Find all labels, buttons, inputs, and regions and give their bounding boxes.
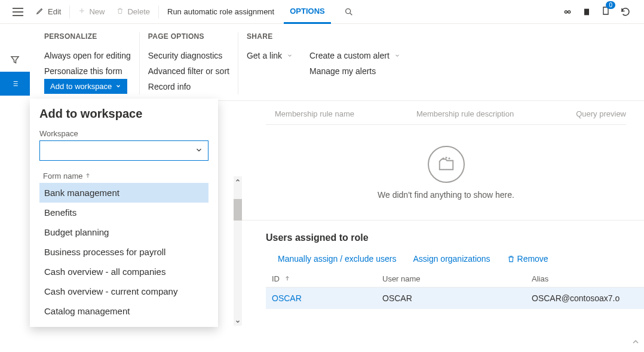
- notification-count: 0: [606, 1, 615, 9]
- personalize-header: PERSONALIZE: [44, 32, 131, 41]
- trash-icon: [116, 7, 124, 17]
- top-toolbar: Edit New Delete Run automatic role assig…: [0, 0, 644, 24]
- user-name-cell: OSCAR: [382, 293, 532, 303]
- svg-rect-3: [584, 8, 589, 15]
- sort-asc-icon: [85, 172, 91, 180]
- edit-label: Edit: [48, 7, 61, 16]
- scroll-up-arrow[interactable]: [234, 176, 242, 185]
- chevron-down-icon: [195, 146, 203, 156]
- page-options-column: PAGE OPTIONS Security diagnostics Advanc…: [140, 32, 238, 94]
- column-header-label: Form name: [43, 172, 82, 180]
- workspace-option[interactable]: Business processes for payroll: [39, 242, 208, 262]
- query-preview-col: Query preview: [576, 109, 626, 118]
- office-icon[interactable]: [582, 7, 591, 17]
- user-id-cell[interactable]: OSCAR: [272, 293, 382, 303]
- add-workspace-label: Add to workspace: [50, 82, 112, 91]
- membership-header-row: Membership rule name Membership rule des…: [236, 99, 644, 118]
- svg-point-2: [568, 11, 571, 13]
- security-diag-link[interactable]: Security diagnostics: [148, 48, 229, 63]
- options-label: OPTIONS: [290, 7, 325, 16]
- remove-button[interactable]: Remove: [507, 254, 548, 264]
- add-to-workspace-button[interactable]: Add to workspace: [44, 79, 127, 94]
- personalize-form-link[interactable]: Personalize this form: [44, 63, 131, 79]
- workspace-list: Bank management Benefits Budget planning…: [39, 183, 208, 321]
- list-button[interactable]: [0, 72, 30, 96]
- empty-folder-icon: [428, 146, 465, 183]
- run-assignment-button[interactable]: Run automatic role assignment: [161, 0, 280, 24]
- workspace-option[interactable]: Budget planning: [39, 222, 208, 242]
- search-icon: [344, 7, 354, 17]
- add-to-workspace-panel: Add to workspace Workspace Form name Ban…: [30, 99, 218, 327]
- list-icon: [10, 79, 20, 88]
- chevron-down-icon: [115, 82, 121, 91]
- main-content: Membership rule name Membership rule des…: [236, 99, 644, 352]
- id-column-header[interactable]: ID: [272, 274, 382, 283]
- users-section-actions: Manually assign / exclude users Assign o…: [236, 250, 644, 268]
- hamburger-icon[interactable]: [13, 8, 23, 16]
- plus-icon: [78, 7, 85, 16]
- id-header-label: ID: [272, 274, 280, 283]
- workspace-select[interactable]: [39, 140, 208, 161]
- separator: [69, 5, 70, 19]
- custom-alert-link[interactable]: Create a custom alert: [309, 48, 400, 63]
- manage-alerts-link[interactable]: Manage my alerts: [309, 63, 400, 79]
- empty-state: We didn't find anything to show here.: [266, 124, 626, 220]
- workspace-option[interactable]: Cash overview - current company: [39, 281, 208, 301]
- search-button[interactable]: [338, 0, 360, 24]
- pencil-icon: [36, 7, 44, 17]
- svg-point-5: [446, 157, 446, 158]
- advanced-filter-link[interactable]: Advanced filter or sort: [148, 63, 229, 79]
- record-info-link[interactable]: Record info: [148, 79, 229, 94]
- separator: [158, 5, 159, 19]
- workspace-option[interactable]: Cash overview - all companies: [39, 262, 208, 281]
- remove-label: Remove: [517, 254, 548, 264]
- users-table: ID User name Alias OSCAR OSCAR OSCAR@con…: [266, 268, 644, 309]
- always-open-link[interactable]: Always open for editing: [44, 48, 131, 63]
- workspace-option[interactable]: Catalog management: [39, 301, 208, 321]
- user-alias-cell: OSCAR@contosoax7.o: [532, 293, 644, 303]
- new-label: New: [89, 7, 105, 16]
- scrollbar[interactable]: [234, 176, 242, 326]
- chevron-down-icon: [394, 51, 400, 60]
- svg-point-1: [565, 11, 567, 13]
- workspace-option[interactable]: Benefits: [39, 203, 208, 222]
- assign-organizations-link[interactable]: Assign organizations: [413, 254, 490, 264]
- new-button[interactable]: New: [72, 0, 111, 24]
- sort-asc-icon: [284, 274, 290, 283]
- username-column-header[interactable]: User name: [382, 274, 532, 283]
- filter-button[interactable]: [0, 48, 30, 72]
- options-tab[interactable]: OPTIONS: [284, 0, 331, 24]
- empty-message: We didn't find anything to show here.: [378, 190, 514, 200]
- delete-button[interactable]: Delete: [111, 0, 156, 24]
- table-row[interactable]: OSCAR OSCAR OSCAR@contosoax7.o: [266, 287, 644, 309]
- svg-point-6: [449, 158, 449, 158]
- get-link-link[interactable]: Get a link: [247, 48, 293, 79]
- refresh-icon[interactable]: [620, 7, 631, 17]
- personalize-column: PERSONALIZE Always open for editing Pers…: [36, 32, 140, 94]
- alias-column-header[interactable]: Alias: [532, 274, 644, 283]
- users-table-header: ID User name Alias: [266, 268, 644, 287]
- trash-icon: [507, 255, 515, 263]
- chevron-down-icon: [287, 51, 293, 60]
- left-sidebar: [0, 24, 30, 352]
- workspace-option[interactable]: Bank management: [39, 183, 208, 203]
- scroll-to-top-icon[interactable]: [631, 337, 640, 348]
- users-section-title: Users assigned to role: [236, 220, 644, 250]
- membership-rule-name-col: Membership rule name: [275, 109, 354, 118]
- share-header: SHARE: [247, 32, 400, 41]
- panel-title: Add to workspace: [39, 107, 208, 121]
- notifications-button[interactable]: 0: [601, 5, 611, 19]
- share-column: SHARE Get a link Create a custom alert M…: [238, 32, 409, 94]
- edit-button[interactable]: Edit: [30, 0, 67, 24]
- svg-point-4: [443, 158, 443, 158]
- scrollbar-thumb[interactable]: [234, 199, 242, 221]
- get-link-label: Get a link: [247, 51, 282, 60]
- svg-point-0: [345, 8, 350, 13]
- run-label: Run automatic role assignment: [167, 7, 274, 16]
- custom-alert-label: Create a custom alert: [309, 51, 390, 60]
- scroll-down-arrow[interactable]: [234, 317, 242, 326]
- form-name-column-header[interactable]: Form name: [39, 169, 208, 183]
- attach-icon[interactable]: [563, 7, 572, 17]
- manually-assign-link[interactable]: Manually assign / exclude users: [278, 254, 396, 264]
- delete-label: Delete: [127, 7, 150, 16]
